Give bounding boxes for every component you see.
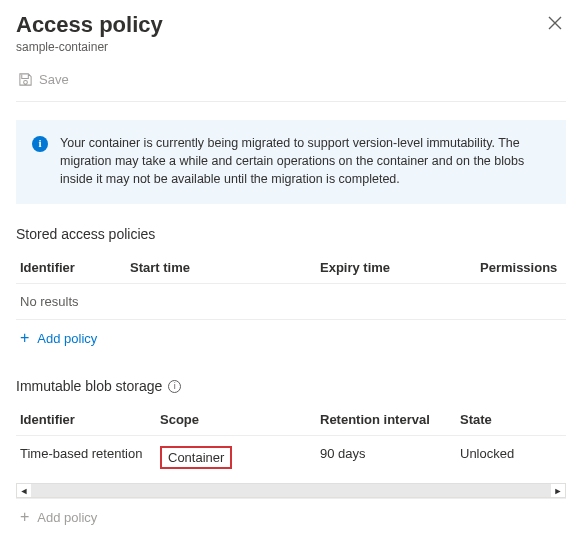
col-permissions: Permissions [480,260,562,275]
plus-icon: + [20,509,29,525]
scroll-right-arrow[interactable]: ► [551,486,565,496]
horizontal-scrollbar[interactable]: ◄ ► [16,483,566,498]
page-title: Access policy [16,12,163,38]
no-results-text: No results [20,294,79,309]
close-button[interactable] [544,12,566,37]
cell-state: Unlocked [460,446,562,469]
col-state: State [460,412,562,427]
table-row[interactable]: Time-based retention Container 90 days U… [16,435,566,479]
divider [16,101,566,102]
add-immutable-policy-button: + Add policy [16,498,566,535]
plus-icon: + [20,330,29,346]
scroll-left-arrow[interactable]: ◄ [17,486,31,496]
scroll-track[interactable] [31,484,551,497]
immutable-storage-heading: Immutable blob storage i [16,378,566,394]
cell-retention: 90 days [320,446,460,469]
info-help-icon[interactable]: i [168,380,181,393]
info-icon: i [32,136,48,152]
stored-policies-table: Identifier Start time Expiry time Permis… [16,252,566,356]
col-start-time: Start time [130,260,320,275]
table-header-row: Identifier Scope Retention interval Stat… [16,404,566,435]
add-policy-label: Add policy [37,510,97,525]
cell-scope: Container [160,446,320,469]
info-message: Your container is currently being migrat… [60,134,550,188]
immutable-storage-table: Identifier Scope Retention interval Stat… [16,404,566,479]
save-icon [18,72,33,87]
col-scope: Scope [160,412,320,427]
scope-highlight: Container [160,446,232,469]
add-policy-label: Add policy [37,331,97,346]
col-identifier: Identifier [20,412,160,427]
close-icon [548,16,562,30]
info-banner: i Your container is currently being migr… [16,120,566,204]
cell-identifier: Time-based retention [20,446,160,469]
col-expiry-time: Expiry time [320,260,480,275]
container-name: sample-container [16,40,163,54]
stored-policies-heading: Stored access policies [16,226,566,242]
save-button-label: Save [39,72,69,87]
no-results-row: No results [16,283,566,319]
add-stored-policy-button[interactable]: + Add policy [16,319,566,356]
col-identifier: Identifier [20,260,130,275]
table-header-row: Identifier Start time Expiry time Permis… [16,252,566,283]
col-retention: Retention interval [320,412,460,427]
save-button[interactable]: Save [16,68,71,91]
